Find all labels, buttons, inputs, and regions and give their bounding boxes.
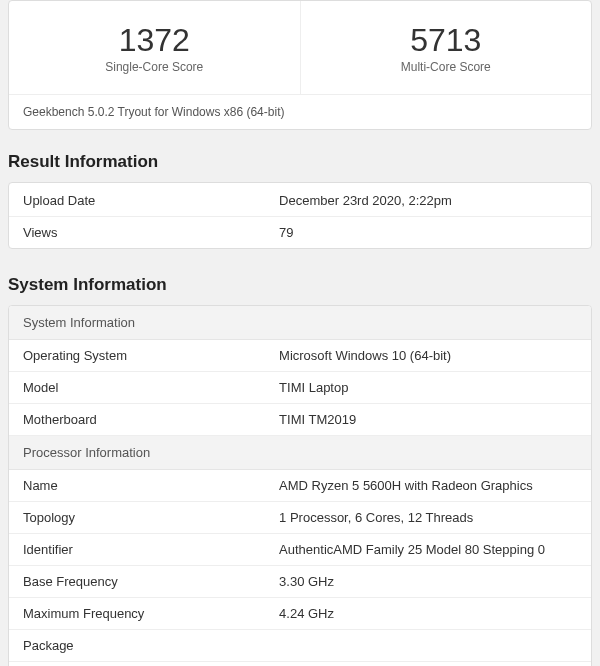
row-value: AuthenticAMD Family 25 Model 80 Stepping… — [265, 534, 591, 565]
row-key: Name — [9, 470, 265, 501]
table-row: Model TIMI Laptop — [9, 372, 591, 404]
row-value — [265, 630, 591, 661]
row-value: TIMI TM2019 — [265, 404, 591, 435]
single-core-score-label: Single-Core Score — [19, 60, 290, 74]
row-key: Views — [9, 217, 265, 248]
row-value: 79 — [265, 217, 591, 248]
table-row: Motherboard TIMI TM2019 — [9, 404, 591, 436]
table-row: Codename — [9, 662, 591, 666]
result-information-table: Upload Date December 23rd 2020, 2:22pm V… — [8, 182, 592, 249]
processor-information-subheader: Processor Information — [9, 436, 591, 470]
table-row: Name AMD Ryzen 5 5600H with Radeon Graph… — [9, 470, 591, 502]
row-key: Maximum Frequency — [9, 598, 265, 629]
row-key: Identifier — [9, 534, 265, 565]
single-core-score: 1372 Single-Core Score — [9, 1, 300, 94]
result-information-heading: Result Information — [8, 152, 592, 172]
table-row: Topology 1 Processor, 6 Cores, 12 Thread… — [9, 502, 591, 534]
row-key: Operating System — [9, 340, 265, 371]
table-row: Base Frequency 3.30 GHz — [9, 566, 591, 598]
system-information-table: System Information Operating System Micr… — [8, 305, 592, 666]
table-row: Upload Date December 23rd 2020, 2:22pm — [9, 183, 591, 217]
benchmark-version: Geekbench 5.0.2 Tryout for Windows x86 (… — [9, 94, 591, 129]
single-core-score-value: 1372 — [19, 23, 290, 58]
scores-row: 1372 Single-Core Score 5713 Multi-Core S… — [9, 1, 591, 94]
row-value: Microsoft Windows 10 (64-bit) — [265, 340, 591, 371]
row-value: TIMI Laptop — [265, 372, 591, 403]
system-information-subheader: System Information — [9, 306, 591, 340]
row-value: 1 Processor, 6 Cores, 12 Threads — [265, 502, 591, 533]
multi-core-score-value: 5713 — [311, 23, 582, 58]
row-key: Topology — [9, 502, 265, 533]
scores-panel: 1372 Single-Core Score 5713 Multi-Core S… — [8, 0, 592, 130]
multi-core-score: 5713 Multi-Core Score — [300, 1, 592, 94]
row-value: December 23rd 2020, 2:22pm — [265, 183, 591, 216]
row-key: Motherboard — [9, 404, 265, 435]
row-key: Upload Date — [9, 183, 265, 216]
table-row: Operating System Microsoft Windows 10 (6… — [9, 340, 591, 372]
table-row: Maximum Frequency 4.24 GHz — [9, 598, 591, 630]
row-value: AMD Ryzen 5 5600H with Radeon Graphics — [265, 470, 591, 501]
multi-core-score-label: Multi-Core Score — [311, 60, 582, 74]
row-key: Codename — [9, 662, 265, 666]
row-key: Package — [9, 630, 265, 661]
table-row: Identifier AuthenticAMD Family 25 Model … — [9, 534, 591, 566]
row-value: 3.30 GHz — [265, 566, 591, 597]
row-value — [265, 662, 591, 666]
row-key: Base Frequency — [9, 566, 265, 597]
system-information-heading: System Information — [8, 275, 592, 295]
table-row: Package — [9, 630, 591, 662]
row-value: 4.24 GHz — [265, 598, 591, 629]
row-key: Model — [9, 372, 265, 403]
table-row: Views 79 — [9, 217, 591, 248]
